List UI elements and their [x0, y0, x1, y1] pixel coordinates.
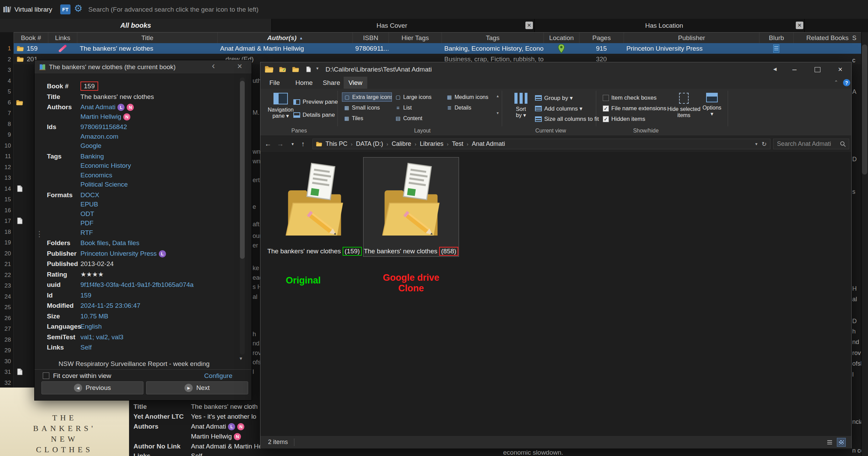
pane-author-link[interactable]: Anat AdmatiLN: [191, 423, 244, 430]
cell-location[interactable]: [544, 43, 579, 54]
checkbox-file-name-extensions[interactable]: ✓File name extensions: [603, 104, 666, 113]
ribbon-item-group-by[interactable]: Group by ▾: [535, 93, 573, 102]
badge-l-icon[interactable]: L: [159, 250, 166, 257]
value-link[interactable]: English: [80, 323, 102, 330]
address-dropdown-caret-icon[interactable]: ▾: [755, 141, 757, 147]
preview-pane-button[interactable]: Preview pane: [293, 98, 338, 106]
popup-scrollbar[interactable]: [240, 77, 245, 355]
customize-toolbar-caret-icon[interactable]: ▾: [316, 66, 319, 71]
explorer-titlebar[interactable]: ✓ ▾ D:\Calibre\Libraries\Test\Anat Admat…: [260, 62, 851, 77]
navigation-pane-button[interactable]: Navigationpane ▾: [270, 93, 291, 119]
cell-blurb[interactable]: [759, 43, 793, 54]
value-link[interactable]: Political Science: [80, 181, 128, 188]
column-header-book[interactable]: Book #: [14, 33, 48, 43]
resize-grip-icon[interactable]: ⋮: [36, 230, 43, 239]
value-link[interactable]: Google: [80, 142, 101, 149]
search-box[interactable]: Search Anat Admati: [773, 139, 849, 149]
scroll-down-icon[interactable]: ▾: [240, 355, 242, 362]
quick-access-folder-icon[interactable]: [292, 66, 299, 72]
checkbox-hidden-items[interactable]: ✓Hidden items: [603, 115, 645, 124]
ribbon-item-add-columns[interactable]: Add columns ▾: [535, 104, 583, 113]
refresh-icon[interactable]: ↻: [762, 140, 767, 148]
back-icon[interactable]: ‹: [212, 61, 215, 71]
badge-n-icon[interactable]: N: [123, 113, 130, 121]
layout-scroll-down-icon[interactable]: ▾: [497, 111, 499, 115]
details-view-button[interactable]: [825, 438, 834, 447]
column-header-blurb[interactable]: Blurb: [759, 33, 793, 43]
breadcrumb-item-libraries[interactable]: Libraries: [420, 140, 443, 148]
value-link[interactable]: 2024-11-25 23:06:47: [80, 302, 140, 309]
cell-title[interactable]: The bankers' new clothes: [77, 43, 217, 54]
layout-option-medium-icons[interactable]: ▦Medium icons: [445, 92, 495, 102]
cell-book-number[interactable]: 159: [14, 43, 48, 54]
ribbon-tab-home[interactable]: Home: [291, 77, 318, 89]
quick-access-properties-icon[interactable]: ✓: [279, 66, 286, 72]
thumbnail-view-button[interactable]: [837, 438, 846, 447]
ribbon-tab-view[interactable]: View: [344, 77, 367, 89]
value-link[interactable]: Banking: [80, 153, 104, 160]
value-link[interactable]: DOCX: [80, 191, 99, 199]
value-link[interactable]: Data files: [112, 239, 139, 246]
popup-titlebar[interactable]: The bankers' new clothes (the current bo…: [35, 60, 252, 74]
badge-n-icon[interactable]: N: [127, 104, 134, 111]
cell-authors[interactable]: Anat Admati & Martin Hellwig: [217, 43, 353, 54]
value-link[interactable]: 9780691156842: [80, 123, 127, 130]
cell-pages[interactable]: 915: [579, 43, 624, 54]
forward-arrow-icon[interactable]: →: [276, 139, 285, 149]
pane-author-link[interactable]: Martin HellwigN: [191, 433, 241, 440]
minimize-button[interactable]: –: [783, 62, 805, 77]
column-header-author-s[interactable]: Author(s)▲: [217, 33, 353, 43]
ribbon-tab-file[interactable]: File: [265, 77, 285, 89]
value-link[interactable]: Martin Hellwig: [80, 113, 121, 120]
scrollbar-thumb[interactable]: [240, 81, 245, 259]
layout-option-content[interactable]: ▤Content: [393, 114, 443, 123]
folder-item-icon[interactable]: [285, 162, 344, 242]
value-link[interactable]: Economic History: [80, 162, 131, 169]
column-header-pages[interactable]: Pages: [579, 33, 624, 43]
ft-badge-icon[interactable]: FT: [60, 4, 71, 14]
cell-tags[interactable]: Banking, Economic History, Econo...: [442, 43, 544, 54]
quick-access-newfolder-icon[interactable]: [305, 66, 312, 72]
value-link[interactable]: val1; val2, val3: [80, 333, 124, 341]
badge-n-icon[interactable]: N: [237, 423, 244, 430]
options-button[interactable]: Options▾: [702, 93, 722, 117]
tab-all-books[interactable]: All books: [0, 19, 271, 32]
back-arrow-icon[interactable]: ←: [263, 139, 273, 149]
ribbon-tab-share[interactable]: Share: [318, 77, 345, 89]
tab-has-location[interactable]: Has Location: [645, 19, 683, 32]
column-header-tags[interactable]: Tags: [442, 33, 544, 43]
pane-field-link[interactable]: Self: [191, 452, 202, 456]
ribbon-item-size-all-columns-to-fit[interactable]: Size all columns to fit: [535, 115, 599, 124]
value-link[interactable]: ODT: [80, 210, 94, 217]
breadcrumb-item-calibre[interactable]: Calibre: [392, 140, 411, 148]
fit-cover-checkbox[interactable]: [43, 372, 49, 379]
value-link[interactable]: RTF: [80, 229, 93, 236]
close-tab-icon[interactable]: ✕: [525, 22, 533, 29]
breadcrumb-item-test[interactable]: Test: [452, 140, 463, 148]
previous-button[interactable]: ◀Previous: [41, 381, 143, 394]
value-link[interactable]: Anat Admati: [80, 103, 115, 111]
folder-item-label[interactable]: The bankers' new clothes(858): [361, 247, 461, 256]
up-arrow-icon[interactable]: ↑: [298, 139, 308, 149]
breadcrumb-item-this-pc[interactable]: This PC: [326, 140, 347, 148]
search-input[interactable]: Search (For advanced search click the ge…: [88, 0, 258, 19]
cell-publisher[interactable]: Princeton University Press: [624, 43, 759, 54]
collapse-ribbon-icon[interactable]: ⌃: [834, 79, 838, 85]
badge-n-icon[interactable]: N: [234, 433, 241, 440]
value-link[interactable]: PDF: [80, 219, 93, 227]
breadcrumb-item-anat-admati[interactable]: Anat Admati: [472, 140, 505, 148]
column-header-title[interactable]: Title: [77, 33, 217, 43]
maximize-button[interactable]: [806, 62, 829, 77]
recent-locations-caret-icon[interactable]: ▾: [288, 139, 297, 149]
value-link[interactable]: 159: [80, 292, 91, 299]
column-header-hier-tags[interactable]: Hier Tags: [388, 33, 442, 43]
close-button[interactable]: ×: [829, 62, 851, 77]
layout-scroll-up-icon[interactable]: ▴: [497, 93, 499, 98]
value-link[interactable]: Princeton University Press: [80, 250, 157, 257]
close-tab-icon[interactable]: ✕: [796, 22, 803, 29]
badge-l-icon[interactable]: L: [228, 423, 235, 430]
value-link[interactable]: Book files: [80, 239, 108, 246]
value-link[interactable]: 9f1f4fe3-03fa-4cd1-9a1f-2fb1065a074a: [80, 281, 194, 288]
next-button[interactable]: ▶Next: [146, 381, 248, 394]
value-link[interactable]: Economics: [80, 172, 112, 179]
